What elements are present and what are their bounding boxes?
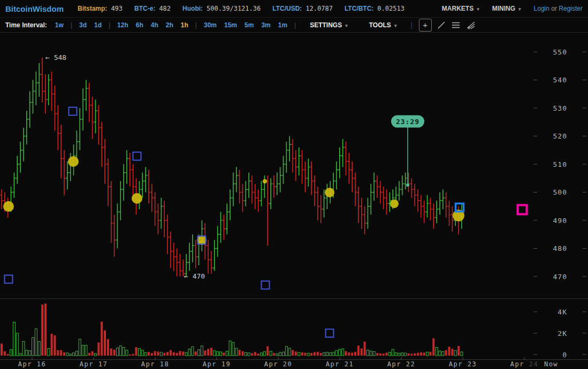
chevron-down-icon: ▾ — [477, 6, 479, 12]
register-link[interactable]: Register — [559, 5, 583, 12]
ticker-label: LTC/USD: — [272, 5, 302, 12]
price-axis-label: 510 — [553, 160, 567, 168]
settings-menu[interactable]: SETTINGS▾ — [310, 21, 348, 29]
markets-menu-label: MARKETS — [442, 5, 474, 12]
yellow-circle-marker[interactable] — [197, 235, 207, 245]
divider: | — [195, 21, 197, 29]
ticker-item: LTC/BTC:0.02513 — [345, 5, 404, 12]
tools-menu[interactable]: TOOLS▾ — [369, 21, 397, 29]
volume-axis-label: 4K — [558, 308, 567, 316]
date-label: Apr 18 — [141, 360, 169, 368]
volume-axis-label: 0 — [562, 351, 567, 359]
volume-axis-label: 2K — [558, 329, 567, 337]
yellow-circle-marker[interactable] — [325, 188, 334, 197]
trendline-icon[interactable] — [437, 20, 446, 30]
markets-menu[interactable]: MARKETS▾ — [442, 5, 479, 12]
chevron-down-icon: ▾ — [345, 23, 348, 28]
fan-lines-icon[interactable] — [465, 20, 476, 30]
interval-1m[interactable]: 1m — [278, 21, 287, 29]
yellow-circle-marker[interactable] — [390, 199, 399, 208]
interval-15m[interactable]: 15m — [224, 21, 237, 29]
ticker-value: 493 — [111, 5, 123, 12]
ticker-value: 482 — [159, 5, 171, 12]
interval-2h[interactable]: 2h — [166, 21, 173, 29]
auth-links: Login or Register — [534, 5, 583, 12]
interval-list: 1w|3d1d|12h6h4h2h1h|30m15m5m3m1m — [51, 21, 291, 29]
settings-menu-label: SETTINGS — [310, 21, 342, 29]
ticker-value: 0.02513 — [377, 5, 404, 12]
tools-menu-label: TOOLS — [369, 21, 391, 29]
interval-3m[interactable]: 3m — [261, 21, 270, 29]
divider: | — [71, 21, 72, 29]
toolbar: Time Interval: 1w|3d1d|12h6h4h2h1h|30m15… — [0, 18, 588, 33]
mining-menu-label: MINING — [492, 5, 515, 12]
yellow-circle-marker[interactable] — [68, 156, 79, 167]
interval-5m[interactable]: 5m — [245, 21, 254, 29]
yellow-circle-marker[interactable] — [3, 201, 14, 212]
chevron-down-icon: ▾ — [518, 6, 521, 12]
interval-6h[interactable]: 6h — [136, 21, 143, 29]
price-volume-chart[interactable]: 5505405305205105004904804704K2K0Apr 16Ap… — [0, 0, 588, 369]
price-axis-label: 500 — [553, 188, 567, 196]
price-axis-label: 470 — [553, 273, 567, 281]
logo[interactable]: BitcoinWisdom — [5, 4, 64, 13]
price-axis-label: 550 — [553, 48, 567, 56]
interval-3d[interactable]: 3d — [79, 21, 87, 29]
chevron-down-icon: ▾ — [394, 23, 397, 28]
tool-icons: + — [419, 19, 476, 32]
time-interval-label: Time Interval: — [5, 21, 47, 29]
divider: | — [294, 21, 296, 29]
chart-background — [0, 0, 588, 369]
ticker-item: LTC/USD:12.0787 — [272, 5, 333, 12]
horizontal-lines-icon[interactable] — [451, 20, 461, 30]
ticker-label: BTC-e: — [134, 5, 155, 12]
price-axis-label: 490 — [553, 217, 567, 225]
ticker-item: Bitstamp:493 — [78, 5, 123, 12]
now-label: Now — [544, 360, 558, 368]
price-axis-label: 530 — [553, 104, 567, 112]
interval-1d[interactable]: 1d — [94, 21, 102, 29]
yellow-circle-marker[interactable] — [132, 193, 142, 204]
date-label: Apr 19 — [203, 360, 231, 368]
ticker-value: 12.0787 — [306, 5, 333, 12]
price-axis-label: 520 — [553, 132, 567, 140]
login-link[interactable]: Login — [534, 5, 549, 12]
date-label: Apr 16 — [18, 360, 46, 368]
chart-area[interactable]: 5505405305205105004904804704K2K0Apr 16Ap… — [0, 0, 588, 369]
mining-menu[interactable]: MINING▾ — [492, 5, 521, 12]
date-label: Apr 20 — [264, 360, 292, 368]
interval-12h[interactable]: 12h — [117, 21, 128, 29]
top-header: BitcoinWisdom Bitstamp:493BTC-e:482Huobi… — [0, 0, 588, 18]
ticker-list: Bitstamp:493BTC-e:482Huobi:500.39/3121.3… — [78, 5, 416, 12]
tooltip-time-label: 23:29 — [396, 118, 419, 126]
interval-1w[interactable]: 1w — [55, 21, 64, 29]
date-label: Apr 23 — [449, 360, 477, 368]
divider: | — [410, 21, 412, 29]
date-label: Apr 17 — [80, 360, 108, 368]
ticker-value: 500.39/3121.36 — [207, 5, 261, 12]
date-label: Apr 22 — [387, 360, 415, 368]
interval-4h[interactable]: 4h — [151, 21, 158, 29]
high-annotation: ← 548 — [45, 53, 66, 62]
price-axis-label: 480 — [553, 244, 567, 252]
date-label: Apr 24 — [510, 360, 538, 368]
crosshair-icon[interactable]: + — [419, 19, 432, 32]
date-label: Apr 21 — [326, 360, 354, 368]
ticker-item: BTC-e:482 — [134, 5, 171, 12]
ticker-label: LTC/BTC: — [345, 5, 373, 12]
ticker-label: Bitstamp: — [78, 5, 107, 12]
ticker-item: Huobi:500.39/3121.36 — [182, 5, 261, 12]
price-axis-label: 540 — [553, 76, 567, 84]
ticker-label: Huobi: — [182, 5, 203, 12]
divider: | — [109, 21, 110, 29]
low-annotation: ← 470 — [184, 272, 205, 280]
auth-or-text: or — [551, 5, 557, 12]
interval-1h[interactable]: 1h — [181, 21, 188, 29]
interval-30m[interactable]: 30m — [204, 21, 217, 29]
yellow-circle-marker[interactable] — [263, 179, 267, 183]
